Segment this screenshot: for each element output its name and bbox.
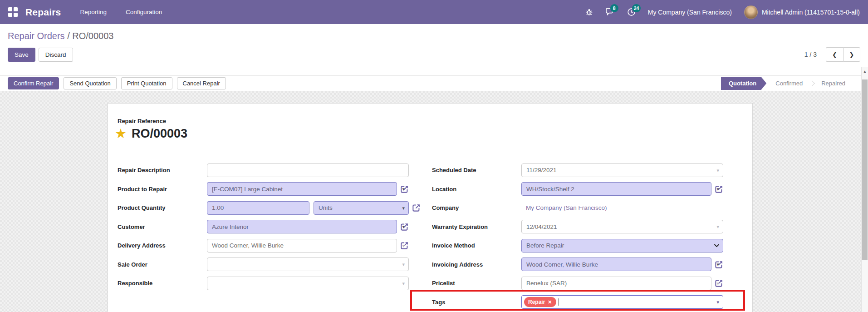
form-sheet: Repair Reference ★ RO/00003 Repair Descr… xyxy=(108,103,753,312)
field-label: Customer xyxy=(118,223,207,230)
pager-buttons: ❮ ❯ xyxy=(826,47,860,62)
field-row-sale-order: Sale Order ▾ xyxy=(118,255,432,274)
field-row-warranty-expiration: Warranty Expiration 12/04/2021 ▾ xyxy=(432,218,750,237)
tag-remove-icon[interactable]: ✕ xyxy=(548,299,552,305)
repair-description-input[interactable] xyxy=(207,163,409,177)
external-link-icon[interactable] xyxy=(412,203,421,212)
chevron-right-icon: ❯ xyxy=(849,51,854,58)
scheduled-date-input[interactable]: 11/29/2021 xyxy=(521,163,723,177)
confirm-repair-button[interactable]: Confirm Repair xyxy=(8,77,59,89)
field-row-product-quantity: Product Quantity 1.00 Units ▾ xyxy=(118,198,432,218)
field-label: Responsible xyxy=(118,280,207,287)
uom-select[interactable]: Units xyxy=(314,201,409,215)
responsible-select[interactable] xyxy=(207,277,409,290)
statusbar-row: Confirm Repair Send Quotation Print Quot… xyxy=(0,75,868,91)
tags-input[interactable]: Repair ✕ xyxy=(521,295,723,309)
field-label: Repair Description xyxy=(118,167,207,173)
company-switcher[interactable]: My Company (San Francisco) xyxy=(648,9,732,16)
pager: 1 / 3 ❮ ❯ xyxy=(804,47,860,62)
scroll-up-arrow-icon[interactable]: ▲ xyxy=(862,69,868,74)
external-link-icon[interactable] xyxy=(715,185,723,193)
apps-grid-square xyxy=(14,7,18,11)
activities-clock-icon[interactable]: 24 xyxy=(627,8,636,16)
field-label: Tags xyxy=(432,299,521,306)
field-label: Location xyxy=(432,186,521,193)
right-column: Scheduled Date 11/29/2021 ▾ Location WH/… xyxy=(432,161,750,312)
external-link-icon[interactable] xyxy=(715,260,723,269)
field-label: Product Quantity xyxy=(118,204,207,211)
invoicing-address-select[interactable]: Wood Corner, Willie Burke xyxy=(521,258,711,271)
product-quantity-input[interactable]: 1.00 xyxy=(207,201,309,215)
title-row: ★ RO/00003 xyxy=(115,127,187,141)
product-to-repair-select[interactable]: [E-COM07] Large Cabinet xyxy=(207,182,397,196)
tag-repair: Repair ✕ xyxy=(524,297,556,307)
user-name: Mitchell Admin (11415701-15-0-all) xyxy=(762,9,860,16)
field-label: Warranty Expiration xyxy=(432,223,521,230)
control-panel-buttons-row: Save Discard 1 / 3 ❮ ❯ xyxy=(0,41,868,62)
field-label: Sale Order xyxy=(118,261,207,268)
scrollbar-thumb[interactable] xyxy=(862,79,868,260)
favorite-star-icon[interactable]: ★ xyxy=(115,127,127,140)
apps-menu-icon[interactable] xyxy=(8,7,18,17)
reference-label: Repair Reference xyxy=(118,118,166,124)
external-link-icon[interactable] xyxy=(400,185,409,193)
company-link[interactable]: My Company (San Francisco) xyxy=(521,201,723,215)
systray: 8 24 My Company (San Francisco) Mitchell… xyxy=(585,5,860,19)
field-row-company: Company My Company (San Francisco) xyxy=(432,198,750,218)
action-buttons: Confirm Repair Send Quotation Print Quot… xyxy=(8,77,226,89)
debug-bug-icon[interactable] xyxy=(585,8,593,16)
apps-grid-square xyxy=(8,13,12,17)
stage-repaired[interactable]: Repaired xyxy=(812,80,854,87)
invoice-method-select[interactable]: Before Repair xyxy=(521,239,723,253)
external-link-icon[interactable] xyxy=(715,279,723,287)
pager-count[interactable]: 1 / 3 xyxy=(804,51,817,58)
discard-button[interactable]: Discard xyxy=(39,48,73,62)
form-columns: Repair Description Product to Repair [E-… xyxy=(118,161,750,312)
field-row-delivery-address: Delivery Address Wood Corner, Willie Bur… xyxy=(118,236,432,255)
field-row-product-to-repair: Product to Repair [E-COM07] Large Cabine… xyxy=(118,180,432,199)
breadcrumb-parent[interactable]: Repair Orders xyxy=(8,31,65,41)
chevron-left-icon: ❮ xyxy=(832,51,837,58)
menu-reporting[interactable]: Reporting xyxy=(80,9,107,15)
field-row-location: Location WH/Stock/Shelf 2 ▾ xyxy=(432,180,750,199)
customer-select[interactable]: Azure Interior xyxy=(207,220,397,233)
field-row-invoicing-address: Invoicing Address Wood Corner, Willie Bu… xyxy=(432,255,750,274)
pager-previous-button[interactable]: ❮ xyxy=(826,47,843,62)
messages-icon[interactable]: 8 xyxy=(605,8,615,16)
field-label: Invoice Method xyxy=(432,242,521,249)
app-name[interactable]: Repairs xyxy=(25,7,61,18)
text-cursor xyxy=(559,298,559,306)
external-link-icon[interactable] xyxy=(400,223,409,231)
messages-badge: 8 xyxy=(610,4,618,12)
external-link-icon[interactable] xyxy=(400,241,409,250)
left-column: Repair Description Product to Repair [E-… xyxy=(118,161,432,312)
send-quotation-button[interactable]: Send Quotation xyxy=(64,77,116,89)
save-button[interactable]: Save xyxy=(8,48,35,62)
breadcrumb: Repair Orders / RO/00003 xyxy=(0,24,868,41)
user-menu[interactable]: Mitchell Admin (11415701-15-0-all) xyxy=(744,5,860,19)
field-label: Company xyxy=(432,204,521,211)
sale-order-select[interactable] xyxy=(207,258,409,271)
menu-configuration[interactable]: Configuration xyxy=(126,9,162,15)
apps-grid-square xyxy=(14,13,18,17)
location-select[interactable]: WH/Stock/Shelf 2 xyxy=(521,182,711,196)
pricelist-select[interactable]: Benelux (SAR) xyxy=(521,277,711,290)
stage-quotation[interactable]: Quotation xyxy=(721,77,766,90)
vertical-scrollbar[interactable]: ▲ xyxy=(861,67,868,312)
stage-statusbar: Quotation Confirmed Repaired xyxy=(721,77,854,90)
top-navbar: Repairs Reporting Configuration 8 24 My … xyxy=(0,0,868,24)
delivery-address-select[interactable]: Wood Corner, Willie Burke xyxy=(207,239,397,253)
field-label: Pricelist xyxy=(432,280,521,287)
cancel-repair-button[interactable]: Cancel Repair xyxy=(177,77,226,89)
stage-confirmed[interactable]: Confirmed xyxy=(766,80,812,87)
field-row-pricelist: Pricelist Benelux (SAR) ▾ xyxy=(432,274,750,293)
field-label: Product to Repair xyxy=(118,186,207,193)
field-row-repair-description: Repair Description xyxy=(118,161,432,180)
print-quotation-button[interactable]: Print Quotation xyxy=(121,77,172,89)
repair-reference-title: RO/00003 xyxy=(132,127,187,141)
record-buttons: Save Discard xyxy=(8,48,73,62)
warranty-expiration-input[interactable]: 12/04/2021 xyxy=(521,220,723,233)
pager-next-button[interactable]: ❯ xyxy=(843,47,860,62)
field-row-customer: Customer Azure Interior ▾ xyxy=(118,218,432,237)
form-view-background: Repair Reference ★ RO/00003 Repair Descr… xyxy=(0,91,868,312)
